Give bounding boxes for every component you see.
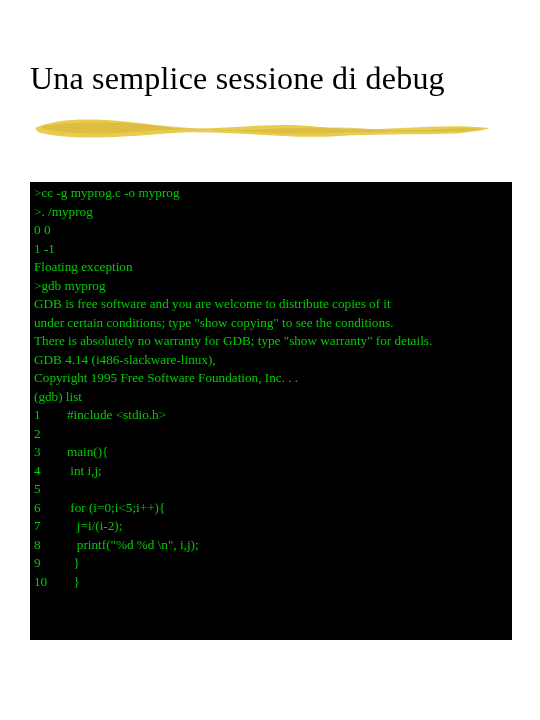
brush-stroke-divider <box>30 110 500 145</box>
terminal-output: >cc -g myprog.c -o myprog >. /myprog 0 0… <box>30 182 512 591</box>
slide: Una semplice sessione di debug >cc -g my… <box>0 0 540 720</box>
terminal-window: >cc -g myprog.c -o myprog >. /myprog 0 0… <box>30 182 512 640</box>
page-title: Una semplice sessione di debug <box>30 60 445 97</box>
